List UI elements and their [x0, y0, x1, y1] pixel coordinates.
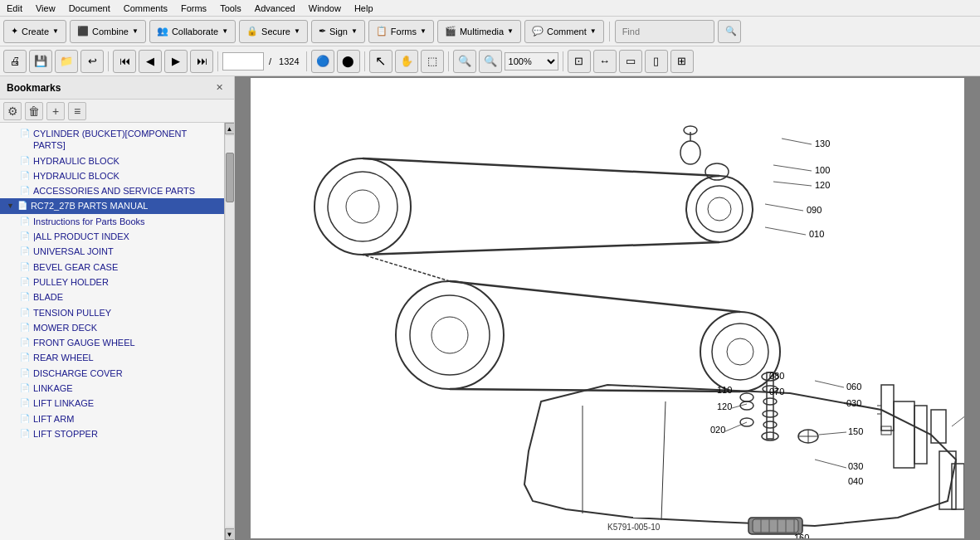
sidebar-new-button[interactable]: +	[46, 102, 65, 120]
sidebar-item-lift-stopper[interactable]: 📄LIFT STOPPER	[0, 426, 224, 441]
sep5	[364, 51, 365, 71]
combine-button[interactable]: ⬛ Combine ▼	[70, 20, 146, 43]
sidebar-gear-button[interactable]: ⚙	[3, 102, 22, 120]
prev-page-button[interactable]: ◀	[139, 50, 162, 73]
layout-button[interactable]: ⊞	[670, 50, 694, 73]
label-070: 070	[769, 387, 784, 396]
page-number-input[interactable]: 1279	[222, 52, 264, 71]
sidebar-item-label-universal-joint: UNIVERSAL JOINT	[33, 246, 114, 257]
sidebar-item-instructions[interactable]: 📄Instructions for Parts Books	[0, 214, 224, 229]
sidebar-item-label-hydraulic2: HYDRAULIC BLOCK	[33, 170, 119, 182]
open-button[interactable]: 📁	[55, 50, 78, 73]
collaborate-label: Collaborate	[172, 27, 218, 36]
menu-view[interactable]: View	[29, 2, 62, 15]
sidebar-item-tension-pulley[interactable]: 📄TENSION PULLEY	[0, 305, 224, 320]
sign-button[interactable]: ✒ Sign ▼	[311, 20, 365, 43]
hand-tool-button[interactable]: ✋	[395, 50, 418, 73]
sidebar-item-lift-arm[interactable]: 📄LIFT ARM	[0, 411, 224, 426]
sidebar-item-product-index[interactable]: 📄|ALL PRODUCT INDEX	[0, 229, 224, 244]
svg-line-53	[773, 165, 812, 171]
print-button[interactable]: 🖨	[3, 50, 27, 73]
sidebar-item-bevel-gear[interactable]: 📄BEVEL GEAR CASE	[0, 260, 224, 275]
sidebar-item-lift-linkage[interactable]: 📄LIFT LINKAGE	[0, 396, 224, 411]
sidebar-item-hydraulic1[interactable]: 📄HYDRAULIC BLOCK	[0, 153, 224, 168]
cursor-tool-button[interactable]: ↖	[369, 50, 392, 73]
sep4	[306, 51, 307, 71]
sidebar-scrollbar[interactable]: ▲ ▼	[224, 123, 234, 540]
sidebar-item-universal-joint[interactable]: 📄UNIVERSAL JOINT	[0, 244, 224, 259]
parts-diagram: 130 100 120 090 010 050 080 070 060 030 …	[251, 78, 964, 538]
sidebar-item-mower-deck[interactable]: 📄MOWER DECK	[0, 320, 224, 335]
save-button[interactable]: 💾	[29, 50, 52, 73]
sidebar-item-discharge-cover[interactable]: 📄DISCHARGE COVER	[0, 366, 224, 381]
menu-document[interactable]: Document	[62, 2, 117, 15]
scroll-down-button[interactable]: ▼	[225, 528, 235, 540]
secure-button[interactable]: 🔒 Secure ▼	[239, 20, 308, 43]
zoom-out-button[interactable]: 🔍	[453, 50, 476, 73]
select-tool-button[interactable]: ⬚	[421, 50, 444, 73]
sidebar-item-label-instructions: Instructions for Parts Books	[33, 216, 145, 227]
menu-advanced[interactable]: Advanced	[248, 2, 302, 15]
fit-page-button[interactable]: ⊡	[568, 50, 591, 73]
comment-button[interactable]: 💬 Comment ▼	[524, 20, 604, 43]
scroll-up-button[interactable]: ▲	[225, 123, 235, 134]
svg-point-37	[763, 421, 777, 428]
find-input[interactable]	[615, 20, 714, 43]
two-page-button[interactable]: ▯	[645, 50, 668, 73]
create-button[interactable]: ✦ Create ▼	[3, 20, 66, 43]
second-tool-button[interactable]: ⬤	[337, 50, 360, 73]
first-tool-button[interactable]: 🔵	[311, 50, 334, 73]
back-button[interactable]: ↩	[80, 50, 104, 73]
svg-line-6	[363, 158, 719, 176]
collaborate-button[interactable]: 👥 Collaborate ▼	[149, 20, 236, 43]
scroll-thumb[interactable]	[226, 153, 234, 202]
zoom-in-button[interactable]: 🔍	[479, 50, 502, 73]
find-icon-button[interactable]: 🔍	[718, 20, 741, 43]
menu-tools[interactable]: Tools	[213, 2, 248, 15]
sidebar-item-front-gauge[interactable]: 📄FRONT GAUGE WHEEL	[0, 335, 224, 350]
label-090: 090	[807, 205, 822, 215]
svg-point-11	[705, 163, 729, 180]
first-page-button[interactable]: ⏮	[113, 50, 136, 73]
sidebar-item-hydraulic2[interactable]: 📄HYDRAULIC BLOCK	[0, 168, 224, 183]
menu-comments[interactable]: Comments	[117, 2, 174, 15]
fit-width-button[interactable]: ↔	[593, 50, 617, 73]
sidebar-item-rear-wheel[interactable]: 📄REAR WHEEL	[0, 350, 224, 365]
bookmark-icon: 📄	[20, 171, 30, 180]
menu-forms[interactable]: Forms	[174, 2, 213, 15]
sidebar-item-pulley-holder[interactable]: 📄PULLEY HOLDER	[0, 275, 224, 289]
svg-point-39	[740, 393, 753, 401]
svg-line-54	[773, 182, 812, 186]
forms-button[interactable]: 📋 Forms ▼	[368, 20, 434, 43]
menu-edit[interactable]: Edit	[0, 2, 29, 15]
lock-icon: 🔒	[246, 26, 258, 36]
sidebar-delete-button[interactable]: 🗑	[25, 102, 43, 120]
svg-rect-46	[753, 519, 798, 533]
sidebar-item-accessories[interactable]: 📄ACCESSORIES AND SERVICE PARTS	[0, 183, 224, 198]
diagram-footer-code: K5791-005-10	[607, 523, 661, 532]
sidebar-item-linkage[interactable]: 📄LINKAGE	[0, 381, 224, 396]
svg-point-4	[696, 186, 743, 232]
multimedia-button[interactable]: 🎬 Multimedia ▼	[437, 20, 521, 43]
next-page-button[interactable]: ▶	[164, 50, 188, 73]
sidebar-item-cylinder[interactable]: 📄CYLINDER (BUCKET)[COMPONENT PARTS]	[0, 126, 224, 153]
multimedia-icon: 🎬	[445, 26, 456, 36]
chevron-down-icon2: ▼	[132, 27, 139, 35]
sidebar-item-rc72[interactable]: ▼📄RC72_27B PARTS MANUAL	[0, 198, 224, 213]
label-030-bot: 030	[848, 461, 863, 471]
top-belt-assembly	[314, 126, 753, 255]
menu-help[interactable]: Help	[348, 2, 380, 15]
svg-line-7	[363, 242, 719, 255]
sep7	[563, 51, 563, 71]
menu-window[interactable]: Window	[302, 2, 348, 15]
sidebar-more-button[interactable]: ≡	[68, 102, 86, 120]
sidebar-item-label-product-index: |ALL PRODUCT INDEX	[33, 231, 129, 242]
pdf-viewer[interactable]: 130 100 120 090 010 050 080 070 060 030 …	[235, 76, 980, 540]
zoom-select[interactable]: 100% 75% 125% 150% 50%	[505, 52, 558, 71]
last-page-button[interactable]: ⏭	[190, 50, 213, 73]
bookmark-icon: 📄	[20, 231, 30, 241]
single-page-button[interactable]: ▭	[619, 50, 642, 73]
sidebar-close-button[interactable]: ✕	[211, 80, 227, 96]
svg-point-12	[396, 281, 504, 389]
sidebar-item-blade[interactable]: 📄BLADE	[0, 289, 224, 304]
